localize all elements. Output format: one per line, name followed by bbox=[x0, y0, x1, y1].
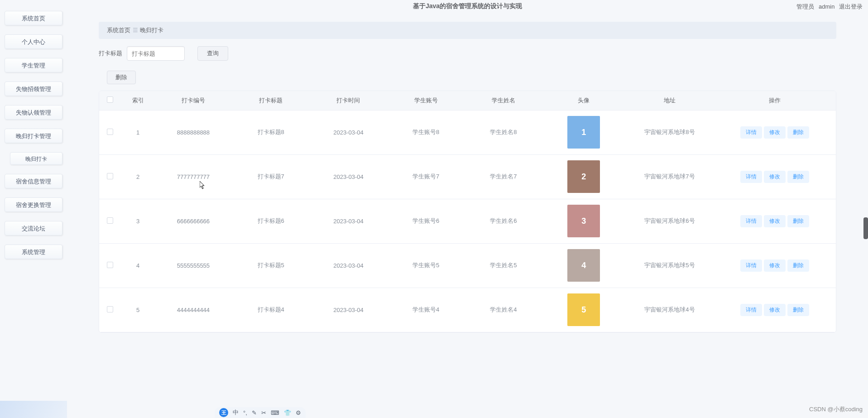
cell-index: 4 bbox=[121, 243, 154, 288]
row-delete-button[interactable]: 删除 bbox=[787, 171, 809, 183]
cell-actions: 详情修改删除 bbox=[714, 288, 836, 332]
cell-title: 打卡标题5 bbox=[232, 243, 310, 288]
avatar-image: 4 bbox=[567, 249, 600, 282]
page-scrollbar-thumb[interactable] bbox=[863, 217, 868, 239]
row-edit-button[interactable]: 修改 bbox=[764, 304, 786, 316]
cell-title: 打卡标题6 bbox=[232, 199, 310, 243]
sidebar-item-forum[interactable]: 交流论坛 bbox=[5, 221, 62, 235]
cell-address: 宇宙银河系地球5号 bbox=[625, 243, 714, 288]
row-delete-button[interactable]: 删除 bbox=[787, 304, 809, 316]
avatar-image: 5 bbox=[567, 293, 600, 326]
row-detail-button[interactable]: 详情 bbox=[740, 259, 762, 272]
ime-mode-toggle[interactable]: 中 bbox=[233, 408, 239, 417]
cell-address: 宇宙银河系地球4号 bbox=[625, 288, 714, 332]
cell-title: 打卡标题8 bbox=[232, 110, 310, 154]
sidebar-item-students[interactable]: 学生管理 bbox=[5, 58, 62, 72]
avatar-image: 1 bbox=[567, 116, 600, 149]
cell-code: 6666666666 bbox=[154, 199, 232, 243]
query-button[interactable]: 查询 bbox=[197, 46, 228, 61]
cell-account: 学生账号6 bbox=[387, 199, 465, 243]
ime-edit-icon[interactable]: ✎ bbox=[252, 409, 257, 416]
ime-logo-icon[interactable]: 王 bbox=[219, 408, 228, 417]
row-delete-button[interactable]: 删除 bbox=[787, 215, 809, 227]
cell-address: 宇宙银河系地球8号 bbox=[625, 110, 714, 154]
sidebar-subitem-checkin[interactable]: 晚归打卡 bbox=[10, 152, 62, 165]
row-detail-button[interactable]: 详情 bbox=[740, 304, 762, 316]
cell-time: 2023-03-04 bbox=[310, 243, 387, 288]
sidebar-item-home[interactable]: 系统首页 bbox=[5, 11, 62, 25]
cell-avatar: 4 bbox=[542, 243, 625, 288]
ime-skin-icon[interactable]: 👕 bbox=[284, 409, 291, 416]
cell-index: 2 bbox=[121, 154, 154, 199]
cell-time: 2023-03-04 bbox=[310, 199, 387, 243]
col-account: 学生账号 bbox=[387, 91, 465, 110]
cell-actions: 详情修改删除 bbox=[714, 243, 836, 288]
cell-title: 打卡标题7 bbox=[232, 154, 310, 199]
cell-time: 2023-03-04 bbox=[310, 288, 387, 332]
ime-settings-icon[interactable]: ⚙ bbox=[296, 409, 301, 416]
row-checkbox[interactable] bbox=[107, 173, 113, 179]
row-checkbox[interactable] bbox=[107, 262, 113, 268]
sidebar-item-profile[interactable]: 个人中心 bbox=[5, 34, 62, 49]
main-area: 系统首页 ☰ 晚归打卡 打卡标题 查询 删除 索引 打卡编号 打卡标题 打卡时间… bbox=[67, 0, 868, 418]
select-all-checkbox[interactable] bbox=[107, 96, 113, 103]
row-detail-button[interactable]: 详情 bbox=[740, 171, 762, 183]
row-edit-button[interactable]: 修改 bbox=[764, 171, 786, 183]
breadcrumb-separator-icon: ☰ bbox=[132, 27, 139, 34]
table-header-row: 索引 打卡编号 打卡标题 打卡时间 学生账号 学生姓名 头像 地址 操作 bbox=[99, 91, 836, 110]
cell-name: 学生姓名6 bbox=[465, 199, 542, 243]
avatar-image: 2 bbox=[567, 160, 600, 193]
col-avatar: 头像 bbox=[542, 91, 625, 110]
row-detail-button[interactable]: 详情 bbox=[740, 215, 762, 227]
sidebar-item-dormchange[interactable]: 宿舍更换管理 bbox=[5, 197, 62, 212]
cell-actions: 详情修改删除 bbox=[714, 110, 836, 154]
filter-bar: 打卡标题 查询 bbox=[99, 46, 836, 61]
col-title: 打卡标题 bbox=[232, 91, 310, 110]
cell-name: 学生姓名4 bbox=[465, 288, 542, 332]
col-address: 地址 bbox=[625, 91, 714, 110]
row-checkbox[interactable] bbox=[107, 217, 113, 224]
cell-name: 学生姓名7 bbox=[465, 154, 542, 199]
ime-punct-icon[interactable]: °, bbox=[243, 409, 247, 416]
row-edit-button[interactable]: 修改 bbox=[764, 259, 786, 272]
row-delete-button[interactable]: 删除 bbox=[787, 126, 809, 139]
sidebar-item-lostclaim[interactable]: 失物认领管理 bbox=[5, 105, 62, 120]
sidebar-item-checkin[interactable]: 晚归打卡管理 bbox=[5, 129, 62, 143]
cell-actions: 详情修改删除 bbox=[714, 154, 836, 199]
breadcrumb-home[interactable]: 系统首页 bbox=[107, 27, 130, 34]
ime-keyboard-icon[interactable]: ⌨ bbox=[271, 409, 279, 416]
filter-title-input[interactable] bbox=[127, 46, 185, 61]
cell-code: 7777777777 bbox=[154, 154, 232, 199]
sidebar: 系统首页 个人中心 学生管理 失物招领管理 失物认领管理 晚归打卡管理 晚归打卡… bbox=[0, 0, 67, 418]
avatar-image: 3 bbox=[567, 205, 600, 237]
cell-avatar: 1 bbox=[542, 110, 625, 154]
cell-actions: 详情修改删除 bbox=[714, 199, 836, 243]
ime-cut-icon[interactable]: ✂ bbox=[261, 409, 266, 416]
row-detail-button[interactable]: 详情 bbox=[740, 126, 762, 139]
row-checkbox[interactable] bbox=[107, 129, 113, 135]
cell-index: 3 bbox=[121, 199, 154, 243]
table-row: 36666666666打卡标题62023-03-04学生账号6学生姓名63宇宙银… bbox=[99, 199, 836, 243]
col-code: 打卡编号 bbox=[154, 91, 232, 110]
filter-label: 打卡标题 bbox=[99, 49, 122, 58]
cell-time: 2023-03-04 bbox=[310, 154, 387, 199]
cell-time: 2023-03-04 bbox=[310, 110, 387, 154]
batch-delete-button[interactable]: 删除 bbox=[107, 71, 136, 84]
sidebar-item-dorminfo[interactable]: 宿舍信息管理 bbox=[5, 174, 62, 188]
cell-account: 学生账号7 bbox=[387, 154, 465, 199]
cell-code: 8888888888 bbox=[154, 110, 232, 154]
row-edit-button[interactable]: 修改 bbox=[764, 215, 786, 227]
row-checkbox[interactable] bbox=[107, 306, 113, 312]
cell-name: 学生姓名8 bbox=[465, 110, 542, 154]
sidebar-item-system[interactable]: 系统管理 bbox=[5, 245, 62, 259]
data-table: 索引 打卡编号 打卡标题 打卡时间 学生账号 学生姓名 头像 地址 操作 188… bbox=[99, 91, 836, 333]
row-delete-button[interactable]: 删除 bbox=[787, 259, 809, 272]
row-edit-button[interactable]: 修改 bbox=[764, 126, 786, 139]
cell-name: 学生姓名5 bbox=[465, 243, 542, 288]
cell-index: 1 bbox=[121, 110, 154, 154]
cell-avatar: 3 bbox=[542, 199, 625, 243]
col-name: 学生姓名 bbox=[465, 91, 542, 110]
sidebar-item-lostfound[interactable]: 失物招领管理 bbox=[5, 82, 62, 96]
cell-address: 宇宙银河系地球7号 bbox=[625, 154, 714, 199]
cell-code: 4444444444 bbox=[154, 288, 232, 332]
